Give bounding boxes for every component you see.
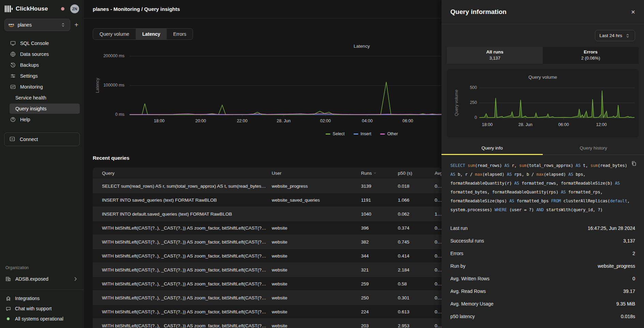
time-range-select[interactable]: Last 24 hrs xyxy=(595,30,635,41)
y-tick-label: 250 xyxy=(470,100,477,105)
x-tick-label: 06:00 xyxy=(550,122,577,127)
y-axis-label: Latency xyxy=(95,78,100,93)
summary-tab-value: 2 (0.06%) xyxy=(543,56,639,61)
monitoring-icon xyxy=(10,84,16,90)
cell-query: INSERT INTO saved_queries (text) FORMAT … xyxy=(102,198,272,203)
legend-item-other[interactable]: Other xyxy=(380,131,398,136)
sidebar-footer: IntegrationsChat with supportAll systems… xyxy=(0,290,84,328)
footer-item-chat-with-support[interactable]: Chat with support xyxy=(0,303,84,314)
sidebar-item-label: Help xyxy=(20,117,30,122)
table-row[interactable]: INSERT INTO saved_queries (text) FORMAT … xyxy=(93,193,441,207)
table-row[interactable]: WITH bitShiftLeft(CAST(?..), _CAST(?..))… xyxy=(93,318,441,328)
y-tick-label: 0 xyxy=(475,115,477,120)
add-service-button[interactable]: + xyxy=(72,21,80,29)
column-header-runs[interactable]: Runs xyxy=(361,171,398,176)
cell-avg: 0 xyxy=(435,253,441,259)
table-row[interactable]: WITH bitShiftLeft(CAST(?..), _CAST(?..))… xyxy=(93,277,441,291)
legend-label: Other xyxy=(387,131,398,136)
sidebar-item-monitoring[interactable]: Monitoring xyxy=(0,81,84,92)
avatar[interactable]: ZN xyxy=(70,4,79,13)
summary-tab-all-runs[interactable]: All runs3,137 xyxy=(447,47,543,64)
sidebar-item-label: Data sources xyxy=(20,51,49,57)
settings-icon xyxy=(10,73,16,79)
sidebar-item-help[interactable]: Help xyxy=(0,114,84,125)
x-tick-label: 04:00 xyxy=(354,119,381,123)
backups-icon xyxy=(10,62,16,68)
cell-p50: 0.58 xyxy=(398,281,435,286)
sidebar-item-sql-console[interactable]: SQL Console xyxy=(0,38,84,49)
tab-query-info[interactable]: Query info xyxy=(441,145,543,155)
stat-value: 2 xyxy=(632,251,635,256)
sort-chevron-down-icon xyxy=(373,171,377,175)
organization-item[interactable]: ADSB.exposed xyxy=(0,273,84,285)
y-tick-label: 100000 ms xyxy=(103,83,124,88)
table-row[interactable]: WITH bitShiftLeft(CAST(?..), _CAST(?..))… xyxy=(93,304,441,318)
chevron-updown-icon xyxy=(625,33,631,38)
sidebar-item-query-insights[interactable]: Query insights xyxy=(10,104,80,114)
legend-item-insert[interactable]: Insert xyxy=(354,131,371,136)
stat-value: website_progress xyxy=(598,263,635,269)
brand-row: ClickHouse ZN xyxy=(0,0,84,15)
connect-icon xyxy=(10,136,16,142)
table-row[interactable]: WITH bitShiftLeft(CAST(?..), _CAST(?..))… xyxy=(93,291,441,304)
column-header-label: Query xyxy=(102,171,115,176)
legend-swatch xyxy=(326,134,330,135)
x-tick-label: 12:00 xyxy=(588,122,615,127)
sidebar-item-settings[interactable]: Settings xyxy=(0,71,84,81)
sidebar-item-backups[interactable]: Backups xyxy=(0,60,84,71)
query-volume-card: Query volume 025050018:0028. Jun06:0012:… xyxy=(447,69,639,137)
table-row[interactable]: WITH bitShiftLeft(CAST(?..), _CAST(?..))… xyxy=(93,249,441,263)
time-range-value: Last 24 hrs xyxy=(599,33,622,38)
service-row: aws planes + xyxy=(0,19,84,31)
recent-queries-title: Recent queries xyxy=(93,155,130,161)
table-header-row: QueryUserRunsp50 (s)Avg. xyxy=(93,168,441,179)
x-tick-label: 02:00 xyxy=(312,119,339,123)
chevron-right-icon xyxy=(73,276,78,282)
footer-item-integrations[interactable]: Integrations xyxy=(0,293,84,303)
cell-query: WITH bitShiftLeft(CAST(?..), _CAST(?..))… xyxy=(102,239,272,245)
tab-latency[interactable]: Latency xyxy=(136,29,167,40)
stat-value: 39.17 xyxy=(623,288,635,294)
cell-user: website xyxy=(272,281,361,286)
column-header-p50-s-: p50 (s) xyxy=(398,171,435,176)
connect-button[interactable]: Connect xyxy=(4,132,80,146)
stat-label: Avg. Written Rows xyxy=(450,276,490,281)
close-icon[interactable]: × xyxy=(631,9,635,15)
sql-line: AS b, r / max(elapsed) AS rps, b / max(e… xyxy=(450,170,635,179)
tab-errors[interactable]: Errors xyxy=(167,29,193,40)
table-row[interactable]: WITH bitShiftLeft(CAST(?..), _CAST(?..))… xyxy=(93,263,441,277)
footer-item-label: All systems operational xyxy=(15,316,63,322)
sidebar-item-label: SQL Console xyxy=(20,41,49,46)
stat-label: Errors xyxy=(450,251,463,256)
tab-query-history[interactable]: Query history xyxy=(543,145,644,155)
copy-icon[interactable] xyxy=(631,160,636,169)
summary-tab-label: All runs xyxy=(447,49,543,54)
footer-item-all-systems-operational[interactable]: All systems operational xyxy=(0,314,84,324)
cell-avg: 0 xyxy=(435,281,441,286)
table-row[interactable]: WITH bitShiftLeft(CAST(?..), _CAST(?..))… xyxy=(93,221,441,235)
column-header-user: User xyxy=(272,171,361,176)
legend-item-select[interactable]: Select xyxy=(326,131,345,136)
tab-query-volume[interactable]: Query volume xyxy=(93,29,136,40)
notification-dot-icon xyxy=(61,7,64,11)
cell-user: website_saved_queries xyxy=(272,198,361,203)
cell-p50: 2.184 xyxy=(398,267,435,272)
table-row[interactable]: SELECT sum(read_rows) AS r, sum(total_ro… xyxy=(93,179,441,193)
sidebar-item-data-sources[interactable]: Data sources xyxy=(0,49,84,60)
chevron-updown-icon xyxy=(61,22,66,28)
query-information-panel: Query information × Last 24 hrs All runs… xyxy=(441,0,644,328)
puzzle-icon xyxy=(5,296,11,301)
summary-tab-errors[interactable]: Errors2 (0.06%) xyxy=(543,47,639,64)
status-dot-icon xyxy=(7,317,10,320)
sidebar-item-label: Monitoring xyxy=(20,84,43,90)
table-row[interactable]: INSERT INTO default.saved_queries (text)… xyxy=(93,207,441,221)
cell-avg: 0 xyxy=(435,295,441,300)
sidebar-item-service-health[interactable]: Service health xyxy=(10,93,80,103)
stat-label: Last run xyxy=(450,225,468,231)
service-selector[interactable]: aws planes xyxy=(4,19,70,31)
brand-name: ClickHouse xyxy=(16,5,48,12)
connect-label: Connect xyxy=(20,137,38,142)
sidebar-item-label: Query insights xyxy=(15,106,46,111)
cell-avg: 0 xyxy=(435,323,441,328)
table-row[interactable]: WITH bitShiftLeft(CAST(?..), _CAST(?..))… xyxy=(93,235,441,249)
